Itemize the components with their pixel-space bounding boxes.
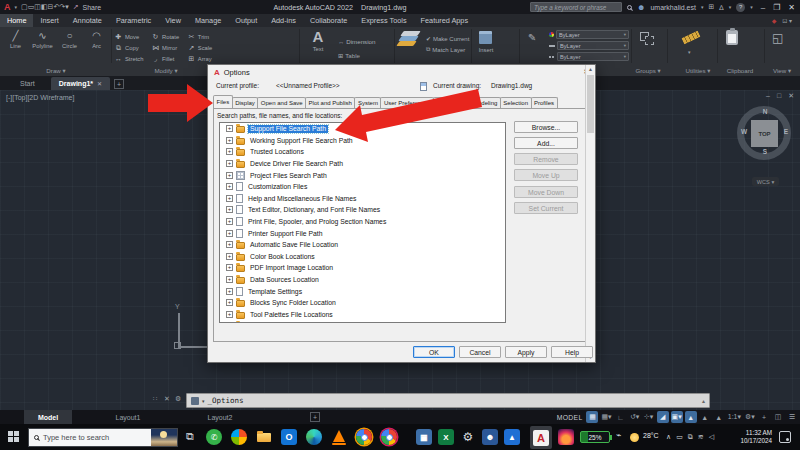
object-snap-tracking-icon[interactable]: ◢ <box>657 411 669 423</box>
share-button[interactable]: Share <box>83 4 102 11</box>
command-close-icon[interactable]: ✕ <box>164 395 170 403</box>
tree-item[interactable]: Template Settings <box>220 285 505 297</box>
crosshair-icon[interactable]: + <box>758 411 770 423</box>
options-tab-profiles[interactable]: Profiles <box>531 97 558 108</box>
move-up-button[interactable]: Move Up <box>514 169 578 181</box>
clipboard-panel-label[interactable]: Clipboard <box>716 67 764 74</box>
polyline-tool[interactable]: ∿Polyline <box>29 29 56 49</box>
fillet-tool[interactable]: ◞Fillet <box>151 53 187 64</box>
viewport-close-icon[interactable]: ✕ <box>788 92 794 100</box>
snap-mode-icon[interactable]: ▦▾ <box>600 411 612 423</box>
options-tab-selection[interactable]: Selection <box>500 97 532 108</box>
tree-item[interactable]: Color Book Locations <box>220 251 505 263</box>
tray-window-icon[interactable]: ▭ <box>676 433 683 441</box>
settings-gear-icon[interactable]: ⚙ <box>460 429 476 445</box>
people-app-icon[interactable]: ☻ <box>482 429 498 445</box>
command-caret-icon[interactable]: ▾ <box>202 398 205 404</box>
draw-panel-label[interactable]: Draw ▾ <box>28 67 84 74</box>
polar-tracking-icon[interactable]: ↺▾ <box>629 411 641 423</box>
options-tab-user-preferences[interactable]: User Preferences <box>380 97 434 108</box>
tree-item[interactable]: Customization Files <box>220 181 505 193</box>
insert-block-icon[interactable] <box>479 31 492 44</box>
chrome-profile1-icon[interactable] <box>356 429 372 445</box>
tray-expand-icon[interactable]: ∧ <box>666 433 671 441</box>
ribbon-tab-annotate[interactable]: Annotate <box>66 14 109 27</box>
tree-item[interactable]: PDF Import Image Location <box>220 262 505 274</box>
mirror-tool[interactable]: ⋈Mirror <box>151 42 187 53</box>
tree-item[interactable]: Data Sources Location <box>220 274 505 286</box>
ribbon-tab-collaborate[interactable]: Collaborate <box>303 14 354 27</box>
chat-app-icon[interactable]: ✆ <box>206 429 222 445</box>
expand-plus-icon[interactable] <box>226 322 233 323</box>
isolate-objects-icon[interactable]: ◫ <box>772 411 784 423</box>
tray-volume-icon[interactable]: ◁ <box>709 433 714 441</box>
ribbon-extra-icon[interactable]: ◆ <box>772 17 777 24</box>
viewport-controls-label[interactable]: [-][Top][2D Wireframe] <box>6 94 74 101</box>
tree-scrollbar[interactable]: ▲ ▼ <box>585 65 595 362</box>
expand-plus-icon[interactable] <box>226 230 233 237</box>
paste-icon[interactable] <box>726 30 738 45</box>
expand-plus-icon[interactable] <box>226 288 233 295</box>
vlc-icon[interactable] <box>331 429 347 445</box>
viewcube-top-face[interactable]: TOP <box>751 120 778 147</box>
dialog-titlebar[interactable]: A Options ✕ <box>208 65 595 79</box>
photos-app-icon[interactable]: ▲ <box>504 429 520 445</box>
options-tab-system[interactable]: System <box>354 97 381 108</box>
expand-plus-icon[interactable] <box>226 195 233 202</box>
viewcube-wcs-dropdown[interactable]: WCS ▾ <box>752 177 779 186</box>
expand-plus-icon[interactable] <box>226 253 233 260</box>
user-menu-caret-icon[interactable]: ▾ <box>701 4 704 10</box>
workspace-switching-icon[interactable]: ⚙▾ <box>744 411 756 423</box>
groups-panel-label[interactable]: Groups ▾ <box>622 67 674 74</box>
search-paths-tree[interactable]: Support File Search Path Working Support… <box>219 122 506 323</box>
infer-constraints-icon[interactable]: ∟ <box>615 411 627 423</box>
tree-item[interactable]: Help and Miscellaneous File Names <box>220 193 505 205</box>
calculator-icon[interactable]: ▦ <box>416 429 432 445</box>
annotation-scale-icon[interactable]: ▲ <box>713 411 725 423</box>
help-button[interactable]: Help <box>551 346 593 358</box>
tree-item[interactable]: Project Files Search Path <box>220 169 505 181</box>
scroll-up-icon[interactable]: ▲ <box>586 65 595 74</box>
save-as-icon[interactable]: ◧ <box>41 3 48 10</box>
ribbon-tab-addins[interactable]: Add-ins <box>264 14 303 27</box>
command-expand-icon[interactable]: ▴ <box>702 397 705 404</box>
autocad-taskbar-button[interactable]: A <box>530 426 552 449</box>
user-avatar-icon[interactable]: ☻ <box>637 3 645 12</box>
ok-button[interactable]: OK <box>413 346 455 358</box>
notifications-icon[interactable] <box>779 431 791 443</box>
autocad-logo-icon[interactable]: A <box>4 2 11 12</box>
new-drawing-button[interactable]: + <box>114 79 124 89</box>
expand-plus-icon[interactable] <box>226 160 233 167</box>
text-tool-label[interactable]: Text <box>306 46 330 52</box>
tree-item[interactable]: Support File Search Path <box>220 123 505 135</box>
isometric-drafting-icon[interactable]: ⊹▾ <box>643 411 655 423</box>
tree-item[interactable]: Blocks Sync Folder Location <box>220 297 505 309</box>
autodesk-caret-icon[interactable]: ▾ <box>729 4 732 10</box>
close-button[interactable]: ✕ <box>788 3 795 12</box>
office-app-icon[interactable] <box>231 429 247 445</box>
autodesk-a-icon[interactable]: ∆ <box>719 4 723 11</box>
expand-plus-icon[interactable] <box>226 299 233 306</box>
browse-button[interactable]: Browse... <box>514 121 578 133</box>
restore-button[interactable]: ❐ <box>773 3 780 12</box>
command-wrench-icon[interactable]: ⚙ <box>175 395 181 403</box>
options-tab-open-and-save[interactable]: Open and Save <box>257 97 306 108</box>
expand-plus-icon[interactable] <box>226 137 233 144</box>
tree-item[interactable]: Device Driver File Search Path <box>220 158 505 170</box>
apply-button[interactable]: Apply <box>505 346 547 358</box>
tree-item[interactable]: Text Editor, Dictionary, and Font File N… <box>220 204 505 216</box>
add-button[interactable]: Add... <box>514 137 578 149</box>
weather-temperature[interactable]: 28°C <box>643 432 659 439</box>
expand-plus-icon[interactable] <box>226 148 233 155</box>
outlook-icon[interactable]: O <box>281 429 297 445</box>
linetype-dropdown[interactable]: ByLayer▾ <box>549 52 629 61</box>
help-caret-icon[interactable]: ▾ <box>750 4 753 10</box>
expand-plus-icon[interactable] <box>226 264 233 271</box>
excel-icon[interactable]: X <box>438 429 454 445</box>
viewport-restore-icon[interactable]: □ <box>777 92 781 100</box>
flame-app-icon[interactable] <box>558 429 574 445</box>
save-icon[interactable]: ◫ <box>34 3 41 10</box>
tree-item[interactable]: Automatic Save File Location <box>220 239 505 251</box>
command-grip-icon[interactable]: ∷ <box>153 395 157 403</box>
model-space-button[interactable]: MODEL <box>557 414 583 421</box>
